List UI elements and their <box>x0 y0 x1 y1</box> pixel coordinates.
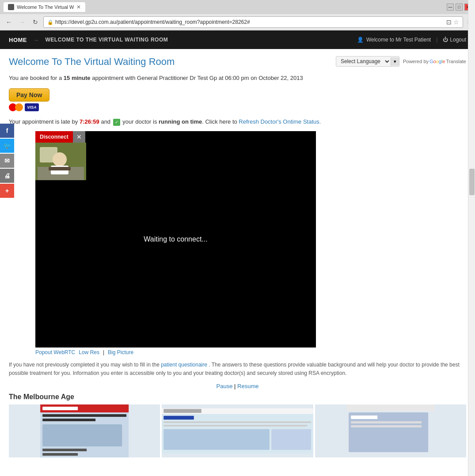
nav-divider: | <box>436 37 437 43</box>
low-res-link[interactable]: Low Res <box>79 349 99 355</box>
user-icon: 👤 <box>357 37 364 43</box>
appt-date-prefix: on <box>251 75 257 81</box>
reload-button[interactable]: ↻ <box>30 17 41 27</box>
bookmark-star[interactable]: ☆ <box>453 19 459 26</box>
logout-link[interactable]: ⏻ Logout <box>443 37 466 43</box>
powered-by-prefix: Powered by <box>403 59 429 64</box>
language-dropdown-btn[interactable]: ▾ <box>391 57 399 66</box>
appt-mid: appointment with General Practitioner <box>92 75 188 81</box>
breadcrumb: WELCOME TO THE VIRTUAL WAITING ROOM <box>46 37 168 43</box>
melbourne-section: The Melbourne Age <box>9 393 466 457</box>
user-label: Welcome to Mr Test Patient <box>366 37 431 43</box>
newspaper-title: The Melbourne Age <box>9 393 466 401</box>
svg-rect-20 <box>164 429 270 450</box>
email-icon: ✉ <box>4 157 10 164</box>
language-select-input[interactable]: Select Language <box>336 57 391 66</box>
waiting-text: Waiting to connect... <box>144 235 207 243</box>
mastercard-icon-2 <box>15 103 23 111</box>
svg-rect-27 <box>351 425 422 427</box>
svg-rect-9 <box>42 414 126 417</box>
plus-icon: + <box>5 187 9 194</box>
newspaper-col-2 <box>162 404 313 457</box>
resume-link[interactable]: Resume <box>237 383 258 389</box>
svg-rect-19 <box>164 425 308 427</box>
minimize-button[interactable]: — <box>447 4 454 11</box>
svg-rect-5 <box>49 167 71 170</box>
appt-date: October 22, 2013 <box>258 75 303 81</box>
browser-tab-close[interactable]: ✕ <box>76 4 81 10</box>
browser-favicon <box>8 4 14 10</box>
url-text: https://devel.gp2u.com.au/patient/appoin… <box>55 19 446 25</box>
svg-rect-21 <box>272 429 312 450</box>
print-icon: 🖨 <box>4 172 10 179</box>
video-controls: Popout WebRTC Low Res | Big Picture <box>35 349 466 355</box>
maximize-button[interactable]: □ <box>456 4 463 11</box>
language-selector[interactable]: Select Language ▾ <box>336 56 399 67</box>
facebook-button[interactable]: f <box>0 124 14 138</box>
browser-tab-title: Welcome To The Virtual W <box>17 4 74 10</box>
powered-by-suffix: Translate <box>446 59 466 64</box>
language-bar: Select Language ▾ Powered by Google Tran… <box>336 56 466 67</box>
pay-now-button[interactable]: Pay Now <box>9 88 49 102</box>
scrollbar[interactable] <box>468 0 475 465</box>
email-button[interactable]: ✉ <box>0 154 14 168</box>
home-link[interactable]: HOME <box>9 37 27 43</box>
video-container: Disconnect ✕ <box>35 131 316 348</box>
newspaper-thumbnail-1 <box>9 404 160 457</box>
svg-rect-17 <box>164 416 194 420</box>
pause-resume: Pause | Resume <box>9 383 466 389</box>
appt-time: 06:00 pm <box>225 75 249 81</box>
scrollbar-thumb[interactable] <box>469 169 475 195</box>
big-picture-link[interactable]: Big Picture <box>108 349 133 355</box>
twitter-button[interactable]: 🐦 <box>0 139 14 153</box>
refresh-link[interactable]: Refresh Doctor's Ontime Status. <box>239 118 321 125</box>
appt-prefix: You are booked for a <box>9 75 62 81</box>
newspaper-col-1 <box>9 404 160 457</box>
svg-point-3 <box>53 152 67 166</box>
site-navbar: HOME → WELCOME TO THE VIRTUAL WAITING RO… <box>0 30 475 49</box>
svg-rect-23 <box>346 404 435 411</box>
nav-left: HOME → WELCOME TO THE VIRTUAL WAITING RO… <box>9 37 168 43</box>
back-button[interactable]: ← <box>4 17 14 27</box>
close-video-button[interactable]: ✕ <box>73 131 85 143</box>
appt-time-prefix: at <box>219 75 224 81</box>
check-icon: ✓ <box>113 119 120 126</box>
newspaper-thumbnail-2 <box>162 404 313 457</box>
video-overlay: Disconnect ✕ <box>35 131 86 180</box>
svg-rect-11 <box>42 424 122 446</box>
on-time-text: your doctor is <box>122 118 157 125</box>
newspaper-col-3 <box>315 404 466 457</box>
running-on-time: running on time <box>159 118 202 125</box>
plus-button[interactable]: + <box>0 184 14 198</box>
status-message: Your appointment is late by 7:26:59 and … <box>9 118 466 126</box>
appointment-info: You are booked for a 15 minute appointme… <box>9 75 466 81</box>
nav-right: 👤 Welcome to Mr Test Patient | ⏻ Logout <box>357 37 466 43</box>
address-bar[interactable]: 🔒 https://devel.gp2u.com.au/patient/appo… <box>43 16 463 28</box>
video-sep-1: | <box>103 349 104 355</box>
newspaper-thumbnail-3 <box>315 404 466 457</box>
svg-rect-8 <box>42 407 78 410</box>
popout-link[interactable]: Popout WebRTC <box>35 349 75 355</box>
questionaire-link[interactable]: patient questionaire <box>161 362 207 368</box>
svg-rect-12 <box>42 449 87 451</box>
info-prefix: If you have not previously completed it … <box>9 362 160 368</box>
screen-button[interactable]: ⊡ <box>446 19 452 26</box>
info-text: If you have not previously completed it … <box>9 361 466 378</box>
print-button[interactable]: 🖨 <box>0 169 14 183</box>
late-time: 7:26:59 <box>80 118 99 125</box>
click-here: Click here to <box>205 118 237 125</box>
disconnect-button[interactable]: Disconnect <box>35 131 73 143</box>
appt-duration: 15 minute <box>64 75 91 81</box>
svg-rect-16 <box>164 409 202 413</box>
svg-rect-25 <box>351 416 377 419</box>
browser-tab[interactable]: Welcome To The Virtual W ✕ <box>4 2 85 12</box>
powered-by: Powered by Google Translate <box>403 59 466 64</box>
newspaper-grid <box>9 404 466 457</box>
facebook-icon: f <box>6 127 8 134</box>
pause-link[interactable]: Pause <box>217 383 233 389</box>
forward-button[interactable]: → <box>17 17 27 27</box>
browser-toolbar: ← → ↻ 🔒 https://devel.gp2u.com.au/patien… <box>0 14 475 30</box>
pause-sep: | <box>234 383 237 389</box>
main-content: Select Language ▾ Powered by Google Tran… <box>0 49 475 465</box>
appt-doctor: Dr Test Gp <box>190 75 217 81</box>
